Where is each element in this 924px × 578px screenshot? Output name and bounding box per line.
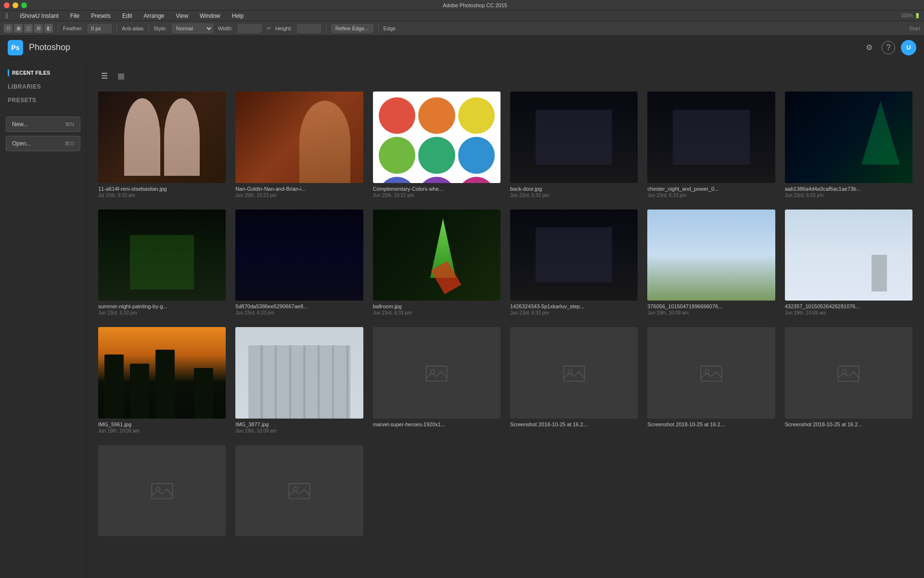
ballroom-thumb bbox=[373, 210, 500, 301]
menu-file[interactable]: File bbox=[68, 12, 81, 20]
file-item[interactable]: summer-night-painting-by-g...Jun 23rd, 6… bbox=[98, 210, 226, 316]
file-item[interactable]: aab1386a4d4a3caf6ac1ae73b...Jun 23rd, 6:… bbox=[785, 92, 912, 198]
style-label: Style: bbox=[154, 26, 167, 31]
view-controls: ☰ ▦ bbox=[98, 69, 912, 82]
file-item[interactable]: Complementary-Colors-whe...Jun 25th, 10:… bbox=[373, 92, 500, 198]
file-date: Jun 23rd, 6:33 pm bbox=[785, 193, 912, 198]
svg-point-9 bbox=[156, 487, 160, 491]
file-item[interactable]: Screenshot 2018-10-25 at 16.2... bbox=[510, 327, 638, 434]
main-content: RECENT FILES LIBRARIES PRESETS New... ⌘N… bbox=[0, 60, 924, 578]
file-item[interactable]: 11-a614f-reni-stsebastian.jpgJul 15th, 9… bbox=[98, 92, 226, 198]
tool-icon-4[interactable]: ⊠ bbox=[34, 24, 43, 33]
file-item[interactable]: 432357_10150526426281076...Jun 19th, 10:… bbox=[785, 210, 912, 316]
file-name: 1426324343-5p1xkarluv_step... bbox=[510, 303, 638, 309]
tool-icon-5[interactable]: ◧ bbox=[44, 24, 53, 33]
menu-view[interactable]: View bbox=[174, 12, 190, 20]
file-thumbnail bbox=[373, 327, 500, 419]
file-date: Jun 23rd, 6:33 pm bbox=[510, 193, 638, 198]
file-name: aab1386a4d4a3caf6ac1ae73b... bbox=[785, 186, 912, 192]
file-name: Screenshot 2018-10-25 at 16.2... bbox=[785, 421, 912, 427]
toolbar-sep-1 bbox=[58, 24, 58, 33]
toolbar-sep-2 bbox=[116, 24, 117, 33]
tool-icon-3[interactable]: ◫ bbox=[24, 24, 33, 33]
edge-label: Edge . bbox=[384, 26, 399, 31]
svg-point-5 bbox=[705, 369, 709, 373]
help-icon[interactable]: ? bbox=[882, 41, 895, 54]
file-thumbnail bbox=[373, 92, 500, 183]
placeholder-thumb bbox=[98, 445, 226, 537]
figure-thumb bbox=[98, 92, 226, 183]
file-thumbnail bbox=[98, 445, 226, 537]
height-input[interactable] bbox=[297, 24, 321, 33]
mac-max-btn[interactable] bbox=[21, 2, 27, 8]
tool-icon-1[interactable]: ⊡ bbox=[4, 24, 13, 33]
file-thumbnail bbox=[235, 210, 363, 301]
toolbar-sep-5 bbox=[378, 24, 379, 33]
sidebar-item-libraries[interactable]: LIBRARIES bbox=[0, 80, 86, 93]
sidebar-buttons: New... ⌘N Open... ⌘O bbox=[0, 117, 86, 151]
avatar[interactable]: U bbox=[901, 40, 916, 55]
list-view-btn[interactable]: ☰ bbox=[98, 69, 111, 82]
file-item[interactable]: Nan-Goldin-Nan-and-Brian-i...Jun 25th, 1… bbox=[235, 92, 363, 198]
width-input[interactable] bbox=[238, 24, 262, 33]
file-thumbnail bbox=[510, 327, 638, 419]
file-thumbnail bbox=[510, 210, 638, 301]
dark-thumb bbox=[510, 210, 638, 301]
file-item[interactable]: chester_night_and_power_0...Jun 23rd, 6:… bbox=[647, 92, 775, 198]
file-item[interactable]: back-door.jpgJun 23rd, 6:33 pm bbox=[510, 92, 638, 198]
settings-icon[interactable]: ⚙ bbox=[862, 41, 876, 54]
file-date: Jun 23rd, 6:33 pm bbox=[373, 310, 500, 315]
content-area: ☰ ▦ 11-a614f-reni-stsebastian.jpgJul 15t… bbox=[87, 60, 924, 578]
sidebar-item-presets[interactable]: PRESETS bbox=[0, 93, 86, 107]
toolbar-sep-4 bbox=[326, 24, 326, 33]
width-label: Width: bbox=[218, 26, 233, 31]
file-item[interactable]: 5d870da5386ee5290667ae8...Jun 23rd, 6:33… bbox=[235, 210, 363, 316]
svg-point-1 bbox=[431, 369, 435, 373]
menu-arrange[interactable]: Arrange bbox=[142, 12, 167, 20]
apple-menu[interactable]:  bbox=[4, 11, 10, 21]
menu-ishowu[interactable]: iShowU Instant bbox=[18, 12, 61, 20]
file-name: Screenshot 2018-10-25 at 16.2... bbox=[510, 421, 638, 427]
file-thumbnail bbox=[785, 92, 912, 183]
file-item[interactable]: Screenshot 2018-10-25 at 16.2... bbox=[785, 327, 912, 434]
file-name: summer-night-painting-by-g... bbox=[98, 303, 226, 309]
colorwheel-thumb bbox=[373, 92, 500, 183]
swap-icon[interactable]: ⇌ bbox=[267, 26, 270, 31]
menu-help[interactable]: Help bbox=[230, 12, 246, 20]
menu-presets[interactable]: Presets bbox=[89, 12, 113, 20]
menu-bar:  iShowU Instant File Presets Edit Arran… bbox=[0, 11, 924, 21]
file-item[interactable]: Screenshot 2018-10-25 at 16.2... bbox=[647, 327, 775, 434]
style-select[interactable]: Normal Fixed Ratio Fixed Size bbox=[172, 24, 213, 33]
file-date: Jun 19th, 10:09 am bbox=[98, 428, 226, 434]
file-item[interactable]: 376056_10150471996696076...Jun 19th, 10:… bbox=[647, 210, 775, 316]
file-item[interactable]: IMG_3877.jpgJun 19th, 10:09 am bbox=[235, 327, 363, 434]
new-button[interactable]: New... ⌘N bbox=[6, 117, 80, 132]
menu-edit[interactable]: Edit bbox=[120, 12, 134, 20]
placeholder-thumb bbox=[510, 327, 638, 419]
mac-close-btn[interactable] bbox=[4, 2, 10, 8]
green-night-thumb bbox=[98, 210, 226, 301]
placeholder-thumb bbox=[235, 445, 363, 537]
file-item[interactable] bbox=[98, 445, 226, 540]
file-item[interactable] bbox=[235, 445, 363, 540]
warm-thumb bbox=[235, 92, 363, 183]
file-item[interactable]: ballroom.jpgJun 23rd, 6:33 pm bbox=[373, 210, 500, 316]
file-thumbnail bbox=[373, 210, 500, 301]
file-item[interactable]: 1426324343-5p1xkarluv_step...Jun 23rd, 6… bbox=[510, 210, 638, 316]
files-grid: 11-a614f-reni-stsebastian.jpgJul 15th, 9… bbox=[98, 92, 912, 540]
feather-input[interactable] bbox=[88, 24, 112, 33]
menu-window[interactable]: Window bbox=[198, 12, 222, 20]
placeholder-thumb bbox=[647, 327, 775, 419]
grid-view-btn[interactable]: ▦ bbox=[115, 69, 127, 82]
dark-green-thumb bbox=[785, 92, 912, 183]
mac-titlebar: Adobe Photoshop CC 2015 bbox=[0, 0, 924, 11]
dark-water-thumb bbox=[235, 210, 363, 301]
anti-alias-label: Anti-alias bbox=[122, 26, 143, 31]
tool-icon-2[interactable]: ▣ bbox=[14, 24, 23, 33]
mac-min-btn[interactable] bbox=[13, 2, 18, 8]
refine-edge-btn[interactable]: Refine Edge... bbox=[331, 24, 373, 33]
file-item[interactable]: IMG_5961.jpgJun 19th, 10:09 am bbox=[98, 327, 226, 434]
file-item[interactable]: marvel-super-heroes-1920x1... bbox=[373, 327, 500, 434]
placeholder-thumb bbox=[785, 327, 912, 419]
open-button[interactable]: Open... ⌘O bbox=[6, 136, 80, 151]
